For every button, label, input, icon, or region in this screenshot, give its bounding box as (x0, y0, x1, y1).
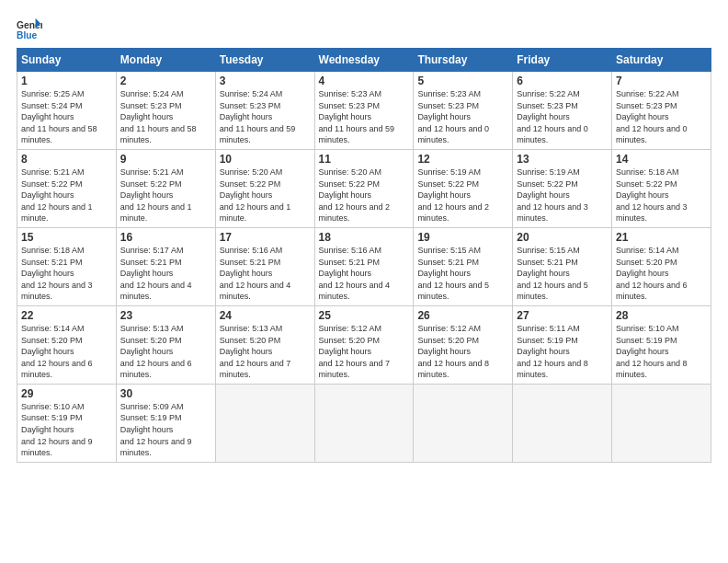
day-number: 21 (616, 231, 707, 244)
calendar-cell (215, 384, 314, 462)
day-info: Sunrise: 5:09 AMSunset: 5:19 PMDaylight … (120, 401, 211, 459)
day-info: Sunrise: 5:13 AMSunset: 5:20 PMDaylight … (220, 323, 311, 381)
calendar-cell: 27 Sunrise: 5:11 AMSunset: 5:19 PMDaylig… (513, 305, 612, 384)
calendar-cell: 26 Sunrise: 5:12 AMSunset: 5:20 PMDaylig… (414, 305, 513, 384)
header-wednesday: Wednesday (314, 49, 414, 72)
calendar-header-row: SundayMondayTuesdayWednesdayThursdayFrid… (17, 49, 711, 72)
day-info: Sunrise: 5:20 AMSunset: 5:22 PMDaylight … (220, 167, 311, 224)
day-info: Sunrise: 5:17 AMSunset: 5:21 PMDaylight … (120, 245, 211, 303)
header-saturday: Saturday (612, 49, 711, 72)
calendar-cell (414, 384, 513, 462)
day-number: 7 (616, 75, 707, 87)
calendar-cell: 29 Sunrise: 5:10 AMSunset: 5:19 PMDaylig… (17, 384, 117, 462)
calendar-cell: 11 Sunrise: 5:20 AMSunset: 5:22 PMDaylig… (314, 149, 414, 227)
day-number: 27 (517, 309, 608, 322)
day-info: Sunrise: 5:18 AMSunset: 5:21 PMDaylight … (21, 245, 112, 303)
day-info: Sunrise: 5:22 AMSunset: 5:23 PMDaylight … (616, 88, 707, 146)
day-info: Sunrise: 5:10 AMSunset: 5:19 PMDaylight … (616, 323, 707, 381)
day-info: Sunrise: 5:23 AMSunset: 5:23 PMDaylight … (417, 88, 508, 146)
day-number: 8 (21, 153, 112, 166)
calendar-cell: 28 Sunrise: 5:10 AMSunset: 5:19 PMDaylig… (612, 305, 711, 384)
calendar-cell: 18 Sunrise: 5:16 AMSunset: 5:21 PMDaylig… (314, 227, 414, 305)
day-number: 14 (616, 153, 707, 166)
day-info: Sunrise: 5:20 AMSunset: 5:22 PMDaylight … (319, 167, 410, 224)
day-number: 15 (21, 231, 112, 244)
day-number: 4 (319, 75, 410, 87)
calendar-cell: 5 Sunrise: 5:23 AMSunset: 5:23 PMDayligh… (414, 72, 513, 150)
day-number: 1 (21, 75, 112, 87)
day-info: Sunrise: 5:19 AMSunset: 5:22 PMDaylight … (517, 167, 608, 224)
day-info: Sunrise: 5:15 AMSunset: 5:21 PMDaylight … (417, 245, 508, 303)
day-number: 3 (220, 75, 311, 87)
calendar-cell: 1 Sunrise: 5:25 AMSunset: 5:24 PMDayligh… (17, 72, 117, 150)
day-number: 10 (220, 153, 311, 166)
calendar-cell: 23 Sunrise: 5:13 AMSunset: 5:20 PMDaylig… (116, 305, 215, 384)
calendar-week-1: 1 Sunrise: 5:25 AMSunset: 5:24 PMDayligh… (17, 72, 711, 150)
day-info: Sunrise: 5:23 AMSunset: 5:23 PMDaylight … (319, 88, 410, 146)
calendar-cell: 4 Sunrise: 5:23 AMSunset: 5:23 PMDayligh… (314, 72, 414, 150)
day-number: 5 (417, 75, 508, 87)
day-number: 17 (220, 231, 311, 244)
day-info: Sunrise: 5:22 AMSunset: 5:23 PMDaylight … (517, 88, 608, 146)
calendar-cell: 14 Sunrise: 5:18 AMSunset: 5:22 PMDaylig… (612, 149, 711, 227)
day-number: 23 (120, 309, 211, 322)
day-info: Sunrise: 5:18 AMSunset: 5:22 PMDaylight … (616, 167, 707, 224)
calendar-cell: 8 Sunrise: 5:21 AMSunset: 5:22 PMDayligh… (17, 149, 117, 227)
day-info: Sunrise: 5:14 AMSunset: 5:20 PMDaylight … (616, 245, 707, 303)
day-info: Sunrise: 5:24 AMSunset: 5:23 PMDaylight … (120, 88, 211, 146)
calendar-cell: 20 Sunrise: 5:15 AMSunset: 5:21 PMDaylig… (513, 227, 612, 305)
calendar-cell: 30 Sunrise: 5:09 AMSunset: 5:19 PMDaylig… (116, 384, 215, 462)
day-info: Sunrise: 5:24 AMSunset: 5:23 PMDaylight … (220, 88, 311, 146)
day-number: 20 (517, 231, 608, 244)
day-number: 28 (616, 309, 707, 322)
day-info: Sunrise: 5:14 AMSunset: 5:20 PMDaylight … (21, 323, 112, 381)
calendar-week-4: 22 Sunrise: 5:14 AMSunset: 5:20 PMDaylig… (17, 305, 711, 384)
calendar-cell (513, 384, 612, 462)
calendar-cell: 25 Sunrise: 5:12 AMSunset: 5:20 PMDaylig… (314, 305, 414, 384)
day-number: 13 (517, 153, 608, 166)
day-number: 2 (120, 75, 211, 87)
day-number: 29 (21, 387, 112, 400)
header-thursday: Thursday (414, 49, 513, 72)
header-tuesday: Tuesday (215, 49, 314, 72)
calendar-cell (314, 384, 414, 462)
day-info: Sunrise: 5:16 AMSunset: 5:21 PMDaylight … (220, 245, 311, 303)
calendar-cell: 6 Sunrise: 5:22 AMSunset: 5:23 PMDayligh… (513, 72, 612, 150)
day-number: 16 (120, 231, 211, 244)
day-number: 11 (319, 153, 410, 166)
calendar-week-2: 8 Sunrise: 5:21 AMSunset: 5:22 PMDayligh… (17, 149, 711, 227)
calendar-week-3: 15 Sunrise: 5:18 AMSunset: 5:21 PMDaylig… (17, 227, 711, 305)
header-monday: Monday (116, 49, 215, 72)
calendar-cell: 3 Sunrise: 5:24 AMSunset: 5:23 PMDayligh… (215, 72, 314, 150)
calendar-cell: 22 Sunrise: 5:14 AMSunset: 5:20 PMDaylig… (17, 305, 117, 384)
calendar-cell: 12 Sunrise: 5:19 AMSunset: 5:22 PMDaylig… (414, 149, 513, 227)
day-number: 26 (417, 309, 508, 322)
calendar-cell: 17 Sunrise: 5:16 AMSunset: 5:21 PMDaylig… (215, 227, 314, 305)
calendar-cell: 24 Sunrise: 5:13 AMSunset: 5:20 PMDaylig… (215, 305, 314, 384)
header-sunday: Sunday (17, 49, 117, 72)
header-friday: Friday (513, 49, 612, 72)
day-number: 19 (417, 231, 508, 244)
day-info: Sunrise: 5:21 AMSunset: 5:22 PMDaylight … (120, 167, 211, 224)
day-number: 18 (319, 231, 410, 244)
calendar-cell: 10 Sunrise: 5:20 AMSunset: 5:22 PMDaylig… (215, 149, 314, 227)
calendar-week-5: 29 Sunrise: 5:10 AMSunset: 5:19 PMDaylig… (17, 384, 711, 462)
calendar-cell (612, 384, 711, 462)
calendar-cell: 15 Sunrise: 5:18 AMSunset: 5:21 PMDaylig… (17, 227, 117, 305)
day-number: 30 (120, 387, 211, 400)
day-info: Sunrise: 5:12 AMSunset: 5:20 PMDaylight … (417, 323, 508, 381)
day-number: 22 (21, 309, 112, 322)
calendar-cell: 2 Sunrise: 5:24 AMSunset: 5:23 PMDayligh… (116, 72, 215, 150)
calendar-cell: 21 Sunrise: 5:14 AMSunset: 5:20 PMDaylig… (612, 227, 711, 305)
logo: General Blue (17, 17, 42, 42)
day-number: 6 (517, 75, 608, 87)
calendar-cell: 16 Sunrise: 5:17 AMSunset: 5:21 PMDaylig… (116, 227, 215, 305)
day-info: Sunrise: 5:15 AMSunset: 5:21 PMDaylight … (517, 245, 608, 303)
calendar-cell: 7 Sunrise: 5:22 AMSunset: 5:23 PMDayligh… (612, 72, 711, 150)
logo-icon: General Blue (17, 17, 42, 42)
svg-text:Blue: Blue (17, 30, 38, 40)
calendar-cell: 19 Sunrise: 5:15 AMSunset: 5:21 PMDaylig… (414, 227, 513, 305)
day-info: Sunrise: 5:21 AMSunset: 5:22 PMDaylight … (21, 167, 112, 224)
day-info: Sunrise: 5:16 AMSunset: 5:21 PMDaylight … (319, 245, 410, 303)
day-info: Sunrise: 5:25 AMSunset: 5:24 PMDaylight … (21, 88, 112, 146)
